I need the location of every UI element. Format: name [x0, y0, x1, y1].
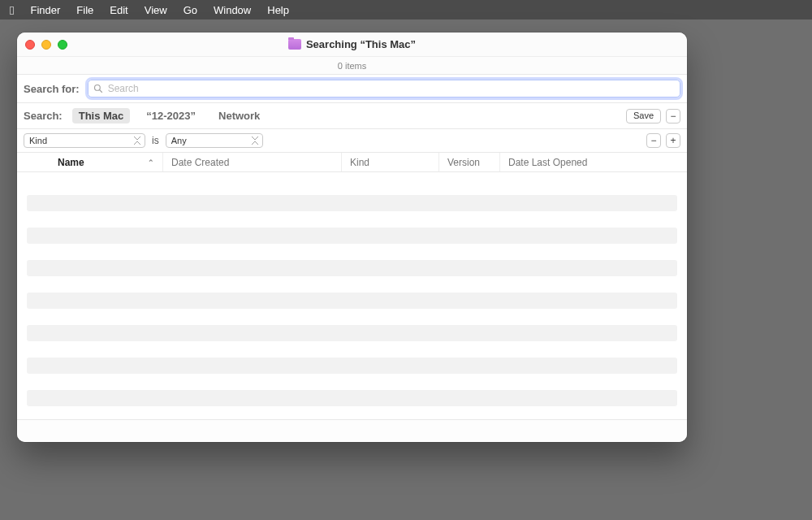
column-header-name[interactable]: Name ⌃ — [17, 153, 163, 171]
menubar-help[interactable]: Help — [267, 4, 289, 16]
scope-folder[interactable]: “12-2023” — [140, 108, 202, 124]
list-item — [27, 390, 677, 406]
results-column-headers: Name ⌃ Date Created Kind Version Date La… — [17, 153, 687, 172]
remove-criteria-button[interactable]: − — [646, 133, 661, 148]
add-criteria-button[interactable]: + — [666, 133, 680, 148]
criteria-operator-label: is — [152, 135, 159, 146]
save-search-button[interactable]: Save — [626, 109, 661, 124]
menubar-edit[interactable]: Edit — [110, 4, 127, 16]
window-close-button[interactable] — [25, 40, 35, 50]
window-controls — [25, 40, 67, 50]
search-criteria-row: Kind is Any − + — [17, 129, 687, 153]
column-header-kind[interactable]: Kind — [342, 153, 439, 171]
column-header-date-last-opened[interactable]: Date Last Opened — [500, 153, 687, 171]
sort-ascending-icon: ⌃ — [148, 158, 154, 167]
items-count-bar: 0 items — [17, 57, 687, 75]
smart-folder-icon — [288, 39, 301, 50]
results-list — [17, 172, 687, 419]
search-for-row: Search for: — [17, 75, 687, 103]
criteria-attribute-select[interactable]: Kind — [24, 133, 145, 148]
window-title: Searching “This Mac” — [288, 38, 416, 50]
menubar-app-name[interactable]: Finder — [30, 4, 60, 16]
column-header-date-created[interactable]: Date Created — [163, 153, 342, 171]
column-header-version[interactable]: Version — [439, 153, 500, 171]
window-bottom-bar — [17, 419, 687, 442]
apple-menu-icon[interactable]:  — [10, 4, 14, 16]
remove-scope-button[interactable]: − — [666, 109, 680, 124]
search-for-label: Search for: — [24, 83, 80, 95]
svg-line-1 — [99, 90, 102, 93]
list-item — [27, 325, 677, 341]
list-item — [27, 260, 677, 276]
scope-network[interactable]: Network — [212, 108, 266, 124]
menubar-window[interactable]: Window — [214, 4, 251, 16]
list-item — [27, 358, 677, 374]
search-input[interactable] — [108, 83, 675, 94]
scope-this-mac[interactable]: This Mac — [72, 108, 131, 124]
search-field[interactable] — [88, 80, 680, 98]
list-item — [27, 228, 677, 244]
search-scope-row: Search: This Mac “12-2023” Network Save … — [17, 103, 687, 129]
criteria-value-select[interactable]: Any — [166, 133, 263, 148]
search-icon — [93, 84, 103, 93]
menubar-file[interactable]: File — [76, 4, 93, 16]
list-item — [27, 292, 677, 309]
menubar-go[interactable]: Go — [184, 4, 197, 16]
window-zoom-button[interactable] — [58, 40, 67, 50]
window-titlebar: Searching “This Mac” — [17, 32, 687, 57]
list-item — [27, 195, 677, 211]
search-scope-label: Search: — [24, 110, 63, 122]
macos-menu-bar:  Finder File Edit View Go Window Help — [0, 0, 812, 20]
finder-window: Searching “This Mac” 0 items Search for:… — [17, 32, 687, 442]
window-title-text: Searching “This Mac” — [306, 38, 416, 50]
items-count-text: 0 items — [338, 61, 366, 71]
window-minimize-button[interactable] — [41, 40, 51, 50]
menubar-view[interactable]: View — [145, 4, 167, 16]
